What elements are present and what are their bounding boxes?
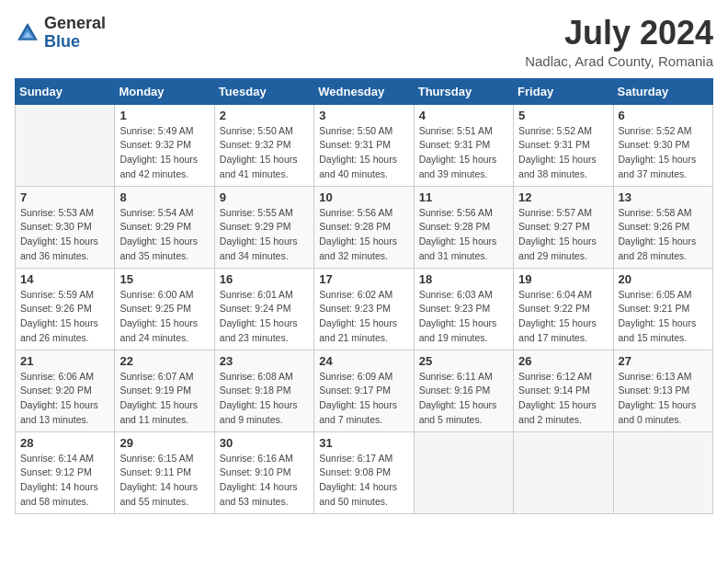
logo: General Blue [15,15,106,52]
title-area: July 2024 Nadlac, Arad County, Romania [525,15,713,69]
daylight-text: Daylight: 15 hours and 39 minutes. [419,154,497,179]
sunrise-text: Sunrise: 5:53 AM [20,207,94,218]
day-number: 6 [619,109,708,122]
calendar-header-row: Sunday Monday Tuesday Wednesday Thursday… [16,78,713,104]
day-number: 18 [419,272,508,286]
day-info: Sunrise: 6:07 AM Sunset: 9:19 PM Dayligh… [119,370,209,428]
sunset-text: Sunset: 9:31 PM [518,139,590,150]
sunrise-text: Sunrise: 6:17 AM [319,453,392,464]
sunrise-text: Sunrise: 5:49 AM [119,125,193,136]
day-number: 15 [119,272,209,286]
daylight-text: Daylight: 14 hours and 55 minutes. [119,481,198,507]
sunset-text: Sunset: 9:24 PM [220,303,291,314]
table-row: 13 Sunrise: 5:58 AM Sunset: 9:26 PM Dayl… [613,186,712,268]
daylight-text: Daylight: 15 hours and 17 minutes. [518,317,597,343]
day-info: Sunrise: 5:54 AM Sunset: 9:29 PM Dayligh… [119,206,209,264]
day-info: Sunrise: 6:02 AM Sunset: 9:23 PM Dayligh… [319,288,408,346]
day-number: 14 [20,272,109,286]
sunset-text: Sunset: 9:28 PM [419,221,491,232]
table-row: 5 Sunrise: 5:52 AM Sunset: 9:31 PM Dayli… [514,104,613,186]
sunset-text: Sunset: 9:12 PM [20,466,92,477]
day-number: 27 [619,354,708,368]
sunset-text: Sunset: 9:26 PM [20,303,92,314]
day-number: 26 [518,354,608,368]
table-row: 4 Sunrise: 5:51 AM Sunset: 9:31 PM Dayli… [414,104,513,186]
daylight-text: Daylight: 15 hours and 7 minutes. [319,399,397,425]
table-row: 30 Sunrise: 6:16 AM Sunset: 9:10 PM Dayl… [214,431,313,513]
sunrise-text: Sunrise: 6:07 AM [119,371,193,382]
sunrise-text: Sunrise: 6:12 AM [518,371,592,382]
sunset-text: Sunset: 9:31 PM [319,139,391,150]
day-info: Sunrise: 5:49 AM Sunset: 9:32 PM Dayligh… [119,124,209,182]
location-title: Nadlac, Arad County, Romania [525,53,713,69]
sunset-text: Sunset: 9:26 PM [619,221,690,232]
sunset-text: Sunset: 9:29 PM [220,221,291,232]
sunset-text: Sunset: 9:08 PM [319,466,391,477]
daylight-text: Daylight: 14 hours and 50 minutes. [319,481,397,507]
sunset-text: Sunset: 9:32 PM [220,139,291,150]
daylight-text: Daylight: 15 hours and 24 minutes. [119,317,198,343]
day-number: 24 [319,354,408,368]
daylight-text: Daylight: 15 hours and 13 minutes. [20,399,98,425]
daylight-text: Daylight: 15 hours and 40 minutes. [319,154,397,179]
sunrise-text: Sunrise: 6:01 AM [220,289,293,300]
day-number: 21 [20,354,109,368]
sunset-text: Sunset: 9:20 PM [20,385,92,396]
sunset-text: Sunset: 9:11 PM [119,466,191,477]
day-number: 29 [119,436,209,450]
table-row [613,431,712,513]
sunset-text: Sunset: 9:32 PM [119,139,191,150]
day-info: Sunrise: 5:58 AM Sunset: 9:26 PM Dayligh… [619,206,708,264]
sunrise-text: Sunrise: 5:56 AM [419,207,493,218]
day-info: Sunrise: 6:00 AM Sunset: 9:25 PM Dayligh… [119,288,209,346]
calendar-week-row: 21 Sunrise: 6:06 AM Sunset: 9:20 PM Dayl… [16,350,713,431]
daylight-text: Daylight: 15 hours and 23 minutes. [220,317,298,343]
sunrise-text: Sunrise: 6:09 AM [319,371,392,382]
logo-blue: Blue [44,32,80,51]
col-sunday: Sunday [16,78,115,104]
col-monday: Monday [115,78,214,104]
sunrise-text: Sunrise: 6:05 AM [619,289,692,300]
daylight-text: Daylight: 15 hours and 11 minutes. [119,399,198,425]
sunrise-text: Sunrise: 6:11 AM [419,371,493,382]
sunrise-text: Sunrise: 5:56 AM [319,207,392,218]
table-row: 20 Sunrise: 6:05 AM Sunset: 9:21 PM Dayl… [613,268,712,350]
day-number: 19 [518,272,608,286]
table-row: 19 Sunrise: 6:04 AM Sunset: 9:22 PM Dayl… [514,268,613,350]
sunset-text: Sunset: 9:23 PM [419,303,491,314]
sunrise-text: Sunrise: 6:04 AM [518,289,592,300]
daylight-text: Daylight: 15 hours and 15 minutes. [619,317,697,343]
logo-text: General Blue [44,15,106,52]
daylight-text: Daylight: 14 hours and 58 minutes. [20,481,98,507]
sunset-text: Sunset: 9:30 PM [619,139,690,150]
day-number: 25 [419,354,508,368]
day-info: Sunrise: 5:56 AM Sunset: 9:28 PM Dayligh… [319,206,408,264]
day-number: 20 [619,272,708,286]
logo-general: General [44,14,106,32]
day-number: 3 [319,109,408,122]
table-row: 31 Sunrise: 6:17 AM Sunset: 9:08 PM Dayl… [314,431,414,513]
col-saturday: Saturday [613,78,712,104]
day-number: 12 [518,190,608,204]
table-row: 6 Sunrise: 5:52 AM Sunset: 9:30 PM Dayli… [613,104,712,186]
daylight-text: Daylight: 15 hours and 21 minutes. [319,317,397,343]
sunset-text: Sunset: 9:22 PM [518,303,590,314]
table-row: 25 Sunrise: 6:11 AM Sunset: 9:16 PM Dayl… [414,350,513,431]
calendar-table: Sunday Monday Tuesday Wednesday Thursday… [15,78,713,514]
daylight-text: Daylight: 15 hours and 19 minutes. [419,317,497,343]
sunset-text: Sunset: 9:19 PM [119,385,191,396]
day-number: 9 [220,190,309,204]
sunset-text: Sunset: 9:28 PM [319,221,391,232]
day-info: Sunrise: 6:03 AM Sunset: 9:23 PM Dayligh… [419,288,508,346]
daylight-text: Daylight: 15 hours and 41 minutes. [220,154,298,179]
calendar-week-row: 7 Sunrise: 5:53 AM Sunset: 9:30 PM Dayli… [16,186,713,268]
table-row: 16 Sunrise: 6:01 AM Sunset: 9:24 PM Dayl… [214,268,313,350]
table-row: 11 Sunrise: 5:56 AM Sunset: 9:28 PM Dayl… [414,186,513,268]
table-row: 3 Sunrise: 5:50 AM Sunset: 9:31 PM Dayli… [314,104,414,186]
sunrise-text: Sunrise: 6:08 AM [220,371,293,382]
day-number: 8 [119,190,209,204]
day-info: Sunrise: 6:08 AM Sunset: 9:18 PM Dayligh… [220,370,309,428]
day-info: Sunrise: 6:13 AM Sunset: 9:13 PM Dayligh… [619,370,708,428]
sunset-text: Sunset: 9:27 PM [518,221,590,232]
sunset-text: Sunset: 9:14 PM [518,385,590,396]
